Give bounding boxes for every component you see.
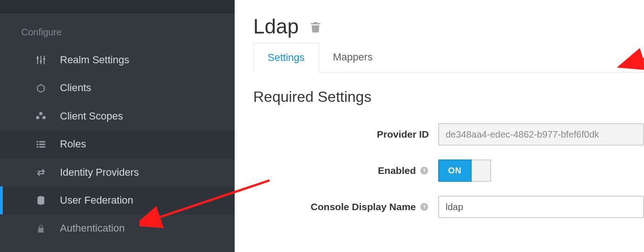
- sidebar-item-client-scopes[interactable]: Client Scopes: [0, 102, 235, 130]
- exchange-icon: [35, 166, 47, 179]
- sidebar-item-user-federation[interactable]: User Federation: [0, 186, 235, 214]
- page-title: Ldap: [253, 15, 299, 38]
- sidebar-item-label: Clients: [60, 82, 91, 94]
- sidebar-item-roles[interactable]: Roles: [0, 130, 235, 158]
- form-row-console-display-name: Console Display Name ?: [253, 196, 644, 218]
- sidebar-item-authentication[interactable]: Authentication: [0, 214, 235, 234]
- provider-id-input: [438, 123, 644, 146]
- svg-rect-6: [37, 141, 39, 143]
- sidebar-item-label: Realm Settings: [60, 54, 129, 66]
- database-icon: [35, 194, 47, 206]
- section-title: Required Settings: [253, 88, 644, 106]
- tabs: Settings Mappers: [253, 43, 644, 73]
- console-display-name-input[interactable]: [438, 196, 644, 218]
- sliders-icon: [35, 54, 47, 66]
- svg-rect-1: [40, 56, 41, 64]
- lock-icon: [35, 223, 47, 235]
- sidebar-section-header: Configure: [0, 13, 235, 46]
- label-text: Console Display Name: [311, 201, 416, 212]
- sidebar-item-clients[interactable]: Clients: [0, 74, 235, 102]
- label-text: Provider ID: [377, 129, 429, 140]
- svg-rect-9: [39, 144, 45, 145]
- console-display-name-input-wrap: [438, 196, 644, 218]
- toggle-on-label: ON: [438, 159, 472, 182]
- svg-text:?: ?: [422, 167, 426, 173]
- svg-point-5: [43, 58, 46, 60]
- console-display-name-label: Console Display Name ?: [253, 201, 438, 212]
- tab-mappers[interactable]: Mappers: [319, 43, 387, 72]
- enabled-toggle[interactable]: ON: [438, 159, 491, 182]
- page-title-row: Ldap: [253, 15, 644, 38]
- help-icon[interactable]: ?: [420, 166, 429, 175]
- form-row-provider-id: Provider ID: [253, 123, 644, 146]
- help-icon[interactable]: ?: [420, 202, 429, 212]
- sidebar-item-label: Authentication: [60, 222, 125, 234]
- trash-icon[interactable]: [309, 20, 322, 35]
- cube-icon: [35, 82, 47, 94]
- svg-text:?: ?: [422, 204, 426, 210]
- sidebar-item-label: Identity Providers: [60, 166, 139, 179]
- svg-rect-11: [39, 146, 45, 148]
- label-text: Enabled: [378, 165, 416, 176]
- sidebar-topbar: [0, 0, 235, 13]
- enabled-label: Enabled ?: [253, 165, 438, 176]
- sidebar: Configure Realm Settings Clients Client …: [0, 0, 235, 252]
- sidebar-item-realm-settings[interactable]: Realm Settings: [0, 46, 235, 74]
- svg-rect-7: [39, 141, 45, 143]
- svg-point-4: [40, 60, 42, 63]
- form-row-enabled: Enabled ? ON: [253, 159, 644, 182]
- sidebar-item-label: Roles: [60, 138, 86, 150]
- sidebar-item-identity-providers[interactable]: Identity Providers: [0, 159, 235, 186]
- provider-id-input-wrap: [438, 123, 644, 146]
- sidebar-item-label: Client Scopes: [60, 110, 123, 122]
- main-panel: Ldap Settings Mappers Required Settings …: [235, 0, 644, 252]
- svg-point-3: [37, 57, 39, 60]
- enabled-input-wrap: ON: [438, 159, 644, 182]
- provider-id-label: Provider ID: [253, 129, 438, 140]
- svg-rect-8: [37, 144, 39, 145]
- sidebar-item-label: User Federation: [60, 194, 133, 206]
- toggle-handle: [472, 159, 491, 182]
- cubes-icon: [35, 110, 47, 122]
- list-icon: [35, 138, 47, 150]
- svg-rect-10: [37, 146, 39, 148]
- tab-settings[interactable]: Settings: [253, 43, 319, 73]
